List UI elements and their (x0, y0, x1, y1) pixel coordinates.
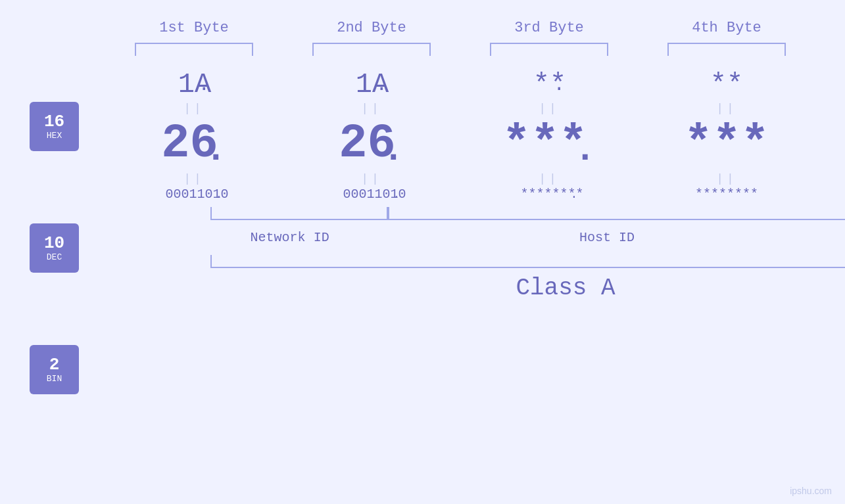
host-bracket (388, 207, 845, 220)
byte-header-1: 1st Byte (105, 20, 283, 36)
dec-cell-1: 26 . (105, 116, 283, 171)
sep-1-3: || (460, 101, 638, 116)
bin-base-box: 2 BIN (30, 345, 79, 394)
hex-cell-4: ** (638, 69, 815, 101)
bin-dot-2: . (393, 188, 400, 201)
bracket-2 (312, 43, 431, 56)
hex-dot-3: . (553, 74, 565, 96)
network-bracket (210, 207, 388, 220)
sep-2-4: || (638, 171, 815, 187)
bracket-4 (667, 43, 786, 56)
content-area: 1A . 1A . ** . ** || || || || 26 (105, 69, 845, 302)
byte-headers: 1st Byte 2nd Byte 3rd Byte 4th Byte (105, 20, 845, 36)
full-bracket (210, 255, 845, 268)
hex-cell-3: ** . (460, 69, 638, 101)
bracket-3 (490, 43, 608, 56)
sep-2-1: || (105, 171, 283, 187)
bracket-cell-2 (283, 43, 460, 56)
byte-header-2: 2nd Byte (283, 20, 460, 36)
byte-header-4: 4th Byte (638, 20, 815, 36)
bin-name: BIN (47, 374, 62, 384)
hex-base-box: 16 HEX (30, 102, 79, 151)
full-bracket-row (210, 255, 845, 268)
id-labels: Network ID Host ID (210, 230, 845, 245)
bracket-1 (135, 43, 253, 56)
bracket-cell-4 (638, 43, 815, 56)
sep-2-2: || (283, 171, 460, 187)
hex-val-4: ** (710, 69, 743, 101)
sep-1-4: || (638, 101, 815, 116)
sep-1-1: || (105, 101, 283, 116)
dec-dot-2: . (383, 129, 404, 171)
dec-base-box: 10 DEC (30, 223, 79, 273)
hex-name: HEX (47, 131, 62, 141)
dec-dot-3: . (574, 129, 596, 171)
hex-cell-1: 1A . (105, 69, 283, 101)
bin-number: 2 (49, 355, 60, 375)
bin-dot-1: . (216, 188, 223, 201)
bottom-brackets (210, 207, 845, 227)
hex-number: 16 (44, 112, 64, 131)
sep-1-2: || (283, 101, 460, 116)
bin-cell-4: ******** (638, 187, 815, 202)
dec-dot-1: . (205, 129, 227, 171)
dec-cell-3: *** . (460, 116, 638, 171)
hex-dot-1: . (198, 74, 210, 96)
sep-2-3: || (460, 171, 638, 187)
network-id-label: Network ID (210, 230, 369, 245)
dec-value-row: 26 . 26 . *** . *** (105, 116, 845, 171)
dec-name: DEC (47, 252, 62, 262)
main-container: 1st Byte 2nd Byte 3rd Byte 4th Byte 16 H… (0, 0, 845, 504)
bin-cell-1: 00011010 . (105, 187, 283, 202)
bin-cell-3: ******** . (460, 187, 638, 202)
hex-dot-2: . (375, 74, 387, 96)
dec-number: 10 (44, 234, 64, 253)
equals-row-2: || || || || (105, 171, 845, 187)
bracket-cell-3 (460, 43, 638, 56)
bracket-cell-1 (105, 43, 283, 56)
hex-cell-2: 1A . (283, 69, 460, 101)
class-label: Class A (210, 275, 845, 302)
top-bracket-row (105, 43, 845, 56)
watermark: ipshu.com (790, 486, 832, 496)
dec-cell-2: 26 . (283, 116, 460, 171)
dec-cell-4: *** (638, 117, 815, 171)
base-labels: 16 HEX 10 DEC 2 BIN (30, 102, 79, 394)
hex-value-row: 1A . 1A . ** . ** (105, 69, 845, 101)
bin-dot-3: . (571, 188, 578, 201)
dec-val-4: *** (684, 117, 769, 171)
bin-cell-2: 00011010 . (283, 187, 460, 202)
host-id-label: Host ID (369, 230, 845, 245)
byte-header-3: 3rd Byte (460, 20, 638, 36)
bin-value-row: 00011010 . 00011010 . ******** . *******… (105, 187, 845, 202)
bin-val-4: ******** (695, 187, 758, 202)
equals-row-1: || || || || (105, 101, 845, 116)
